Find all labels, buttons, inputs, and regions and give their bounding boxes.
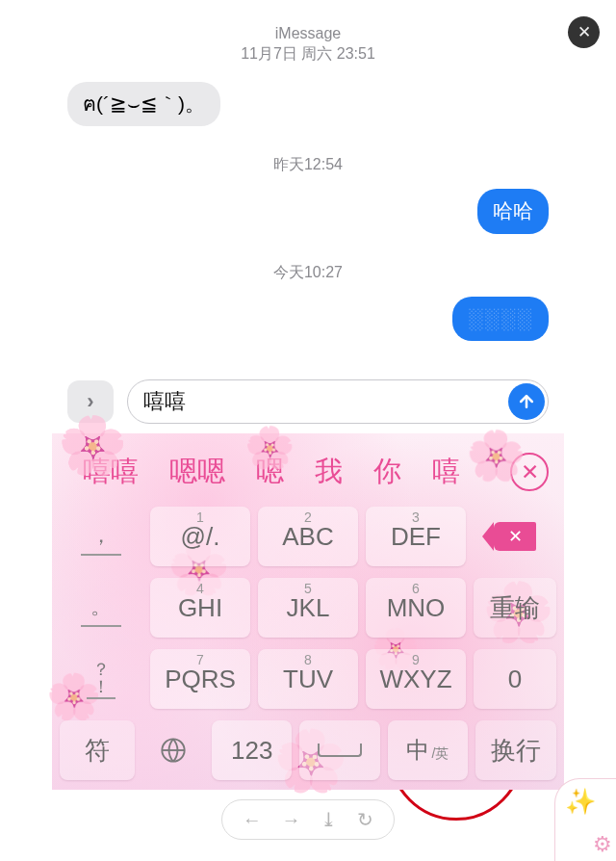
input-wrap: [127, 379, 549, 424]
compose-row: ›: [52, 374, 564, 433]
candidate-word[interactable]: 嘻: [417, 453, 475, 491]
message-input[interactable]: [127, 379, 549, 424]
key-globe[interactable]: [142, 720, 204, 780]
key-0[interactable]: 0: [474, 649, 556, 709]
message-row: 哈哈: [67, 189, 549, 233]
chat-header: iMessage 11月7日 周六 23:51: [52, 0, 564, 72]
key-6-mno[interactable]: MNO: [366, 578, 466, 638]
candidate-word[interactable]: 你: [358, 453, 417, 491]
nav-forward-button[interactable]: →: [282, 809, 301, 831]
chevron-right-icon: ›: [87, 389, 93, 414]
viewer-toolbar: ← → ⤓ ↻: [221, 799, 395, 840]
key-1[interactable]: @/.: [150, 507, 250, 566]
nav-back-button[interactable]: ←: [243, 809, 262, 831]
message-thread[interactable]: ฅ(´≧⌣≦｀)。 昨天12:54 哈哈 今天10:27 ░░░░: [52, 72, 564, 374]
key-symbols[interactable]: 符: [60, 720, 135, 780]
key-space[interactable]: [299, 720, 379, 780]
sparkle-icon: ✨: [565, 787, 596, 817]
key-retype[interactable]: 重输: [474, 578, 556, 638]
candidate-word[interactable]: 嗯: [241, 453, 299, 491]
space-icon: [318, 744, 362, 757]
message-row: ░░░░: [67, 297, 549, 341]
imessage-app: iMessage 11月7日 周六 23:51 ฅ(´≧⌣≦｀)。 昨天12:5…: [52, 0, 564, 790]
key-8-tuv[interactable]: TUV: [258, 649, 358, 709]
send-button[interactable]: [508, 383, 545, 420]
key-2-abc[interactable]: ABC: [258, 507, 358, 566]
key-123[interactable]: 123: [212, 720, 292, 780]
key-grid: ， @/. ABC DEF ✕ 。 GHI JKL MNO 重输 ？ ！ PQR…: [60, 507, 556, 780]
backspace-icon: ✕: [494, 522, 536, 551]
refresh-button[interactable]: ↻: [357, 808, 373, 831]
candidate-clear-button[interactable]: ✕: [510, 453, 549, 491]
key-9-wxyz[interactable]: WXYZ: [366, 649, 466, 709]
key-3-def[interactable]: DEF: [366, 507, 466, 566]
key-4-ghi[interactable]: GHI: [150, 578, 250, 638]
arrow-up-icon: [517, 392, 536, 411]
key-period[interactable]: 。: [60, 578, 142, 638]
timestamp: 昨天12:54: [67, 155, 549, 175]
candidate-word[interactable]: 我: [299, 453, 358, 491]
candidate-bar: 嘻嘻 嗯嗯 嗯 我 你 嘻 ✕: [60, 441, 556, 503]
key-backspace[interactable]: ✕: [474, 507, 556, 566]
key-5-jkl[interactable]: JKL: [258, 578, 358, 638]
assistant-badge[interactable]: ✨ ⚙: [554, 778, 616, 861]
key-7-pqrs[interactable]: PQRS: [150, 649, 250, 709]
expand-apps-button[interactable]: ›: [67, 380, 114, 423]
header-date: 11月7日 周六 23:51: [52, 44, 564, 65]
keyboard: 🌸 🌸 🌸 🌸 🌸 🌸 🌸 🌸 嘻嘻 嗯嗯 嗯 我 你 嘻 ✕ ， @/. AB…: [52, 433, 564, 790]
header-title: iMessage: [52, 25, 564, 42]
key-qmark-excl[interactable]: ？ ！: [60, 649, 142, 709]
timestamp: 今天10:27: [67, 263, 549, 283]
key-return[interactable]: 换行: [475, 720, 556, 780]
candidate-word[interactable]: 嗯嗯: [154, 453, 241, 491]
message-row: ฅ(´≧⌣≦｀)。: [67, 82, 549, 126]
sent-bubble-effect[interactable]: ░░░░: [452, 297, 549, 341]
sent-bubble[interactable]: 哈哈: [477, 189, 549, 233]
gear-icon: ⚙: [593, 832, 612, 857]
download-button[interactable]: ⤓: [321, 808, 337, 831]
close-icon: ✕: [578, 22, 591, 42]
candidate-word[interactable]: 嘻嘻: [67, 453, 154, 491]
received-bubble[interactable]: ฅ(´≧⌣≦｀)。: [67, 82, 220, 126]
key-comma[interactable]: ，: [60, 507, 142, 566]
globe-icon: [160, 737, 187, 764]
key-language-toggle[interactable]: 中/英: [388, 720, 468, 780]
close-overlay-button[interactable]: ✕: [568, 16, 600, 48]
